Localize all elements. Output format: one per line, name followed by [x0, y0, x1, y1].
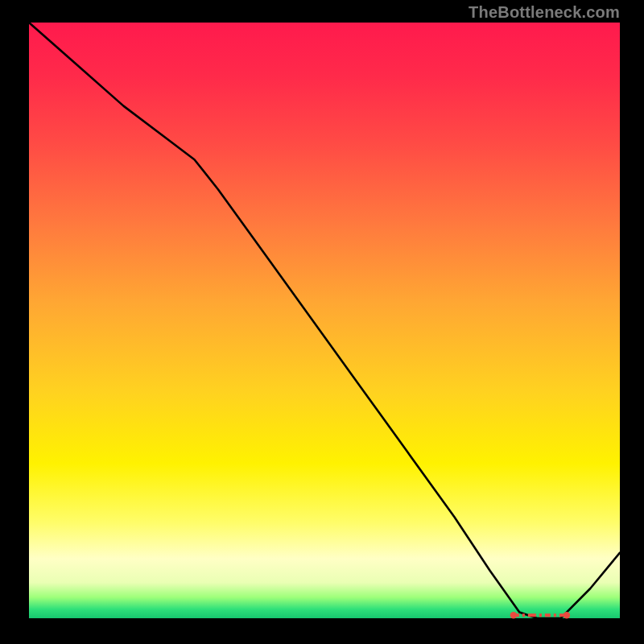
- chart-overlay: [29, 23, 620, 618]
- optimal-range-end-dot: [564, 612, 570, 618]
- chart-container: TheBottleneck.com: [0, 0, 644, 644]
- bottleneck-curve: [29, 23, 620, 618]
- optimal-range-start-dot: [510, 612, 517, 618]
- attribution-text: TheBottleneck.com: [469, 3, 620, 22]
